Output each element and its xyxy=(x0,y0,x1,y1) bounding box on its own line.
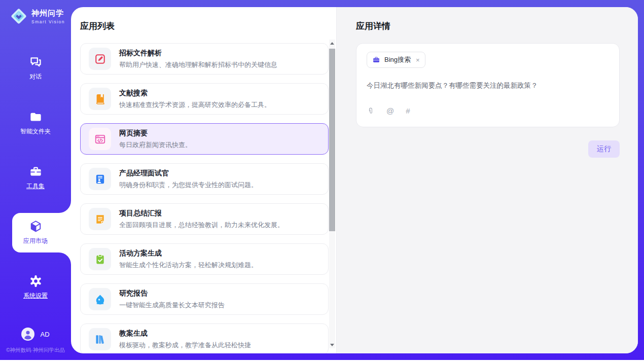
app-card-0[interactable]: 招标文件解析 帮助用户快速、准确地理解和解析招标书中的关键信息 xyxy=(80,43,329,75)
sidebar: 神州问学 Smart Vision 对话 智能文件夹 工具集 应用市场 系统设置 xyxy=(0,0,71,360)
app-description: 智能生成个性化活动方案，轻松解决规划难题。 xyxy=(119,261,258,270)
app-name: 网页摘要 xyxy=(119,129,192,138)
app-description: 帮助用户快速、准确地理解和解析招标书中的关键信息 xyxy=(119,60,277,69)
browser-code-icon xyxy=(89,128,111,150)
app-detail-title: 应用详情 xyxy=(356,20,620,32)
sidebar-item-1[interactable]: 智能文件夹 xyxy=(0,110,71,136)
app-name: 招标文件解析 xyxy=(119,49,277,58)
books-icon xyxy=(89,328,111,350)
app-description: 模板驱动，教案秒成，教学准备从此轻松快捷 xyxy=(119,341,251,350)
query-text: 今日湖北有哪些新闻要点？有哪些需要关注的最新政策？ xyxy=(367,81,609,90)
cube-icon xyxy=(29,220,43,233)
app-description: 全面回顾项目进展，总结经验教训，助力未来优化发展。 xyxy=(119,221,284,230)
app-card-7[interactable]: 教案生成 模板驱动，教案秒成，教学准备从此轻松快捷 xyxy=(80,323,329,353)
user-initials: AD xyxy=(40,331,49,338)
run-row: 运行 xyxy=(356,140,620,158)
app-name: 活动方案生成 xyxy=(119,249,258,258)
tool-tag-bing-search[interactable]: Bing搜索 × xyxy=(367,52,425,68)
clipboard-check-icon xyxy=(89,248,111,270)
app-description: 一键智能生成高质量长文本研究报告 xyxy=(119,301,225,310)
app-detail-panel: 应用详情 Bing搜索 × 今日湖北有哪些新闻要点？有哪些需要关注的最新政策？ … xyxy=(336,7,638,353)
attachment-toolbar: @ # xyxy=(367,106,609,115)
prompt-card: Bing搜索 × 今日湖北有哪些新闻要点？有哪些需要关注的最新政策？ @ # xyxy=(356,43,620,127)
tab-notch-bottom xyxy=(59,252,71,265)
app-card-6[interactable]: 研究报告 一键智能生成高质量长文本研究报告 xyxy=(80,283,329,315)
hashtag-icon[interactable]: # xyxy=(406,106,410,115)
brand-diamond-icon xyxy=(10,8,27,25)
note-icon xyxy=(89,208,111,230)
sidebar-item-4[interactable]: 系统设置 xyxy=(0,274,71,301)
chat-icon xyxy=(29,55,43,69)
run-button[interactable]: 运行 xyxy=(588,140,620,158)
scrollbar[interactable] xyxy=(329,40,335,348)
tab-notch-top xyxy=(59,201,71,213)
brand-name: 神州问学 xyxy=(31,9,65,18)
mention-icon[interactable]: @ xyxy=(386,106,394,115)
app-card-4[interactable]: 项目总结汇报 全面回顾项目进展，总结经验教训，助力未来优化发展。 xyxy=(80,203,329,235)
user-account[interactable]: AD xyxy=(0,328,71,341)
app-list-title: 应用列表 xyxy=(80,20,336,32)
app-card-2[interactable]: 网页摘要 每日政府新闻资讯快查。 xyxy=(80,123,329,155)
tool-tag-label: Bing搜索 xyxy=(384,55,411,64)
app-card-3[interactable]: 产品经理面试官 明确身份和职责，为您提供专业性的面试问题。 xyxy=(80,163,329,195)
app-card-5[interactable]: 活动方案生成 智能生成个性化活动方案，轻松解决规划难题。 xyxy=(80,243,329,275)
sidebar-nav: 对话 智能文件夹 工具集 应用市场 系统设置 xyxy=(0,55,71,301)
tag-close-icon[interactable]: × xyxy=(416,56,420,64)
gear-icon xyxy=(29,274,43,288)
book-icon xyxy=(89,88,111,110)
sidebar-item-0[interactable]: 对话 xyxy=(0,55,71,82)
folder-icon xyxy=(29,110,43,124)
app-name: 研究报告 xyxy=(119,289,225,298)
ink-report-icon xyxy=(89,288,111,310)
app-list: 招标文件解析 帮助用户快速、准确地理解和解析招标书中的关键信息 文献搜索 快速精… xyxy=(80,43,329,353)
app-name: 文献搜索 xyxy=(119,89,271,98)
app-card-1[interactable]: 文献搜索 快速精准查找学术资源，提高研究效率的必备工具。 xyxy=(80,83,329,115)
copyright-text: ©神州数码·神州问学出品 xyxy=(0,347,71,354)
edit-doc-icon xyxy=(89,48,111,70)
person-doc-icon xyxy=(89,168,111,190)
paperclip-icon[interactable] xyxy=(367,107,375,115)
app-description: 每日政府新闻资讯快查。 xyxy=(119,140,192,150)
scroll-up-arrow[interactable] xyxy=(329,40,335,47)
brand: 神州问学 Smart Vision xyxy=(0,0,71,25)
app-description: 明确身份和职责，为您提供专业性的面试问题。 xyxy=(119,180,258,190)
app-list-panel: 应用列表 招标文件解析 帮助用户快速、准确地理解和解析招标书中的关键信息 文献搜… xyxy=(71,7,336,353)
avatar-icon xyxy=(21,328,34,341)
content-shell: 应用列表 招标文件解析 帮助用户快速、准确地理解和解析招标书中的关键信息 文献搜… xyxy=(71,7,638,353)
toolbox-icon xyxy=(29,165,43,178)
briefcase-icon xyxy=(372,56,380,64)
scroll-thumb[interactable] xyxy=(329,49,335,231)
sidebar-item-2[interactable]: 工具集 xyxy=(0,165,71,191)
sidebar-item-3[interactable]: 应用市场 xyxy=(0,220,71,246)
scroll-down-arrow[interactable] xyxy=(329,341,335,348)
brand-subtitle: Smart Vision xyxy=(31,19,65,24)
app-name: 教案生成 xyxy=(119,329,251,338)
app-description: 快速精准查找学术资源，提高研究效率的必备工具。 xyxy=(119,100,271,110)
app-name: 项目总结汇报 xyxy=(119,209,284,218)
app-name: 产品经理面试官 xyxy=(119,169,258,178)
